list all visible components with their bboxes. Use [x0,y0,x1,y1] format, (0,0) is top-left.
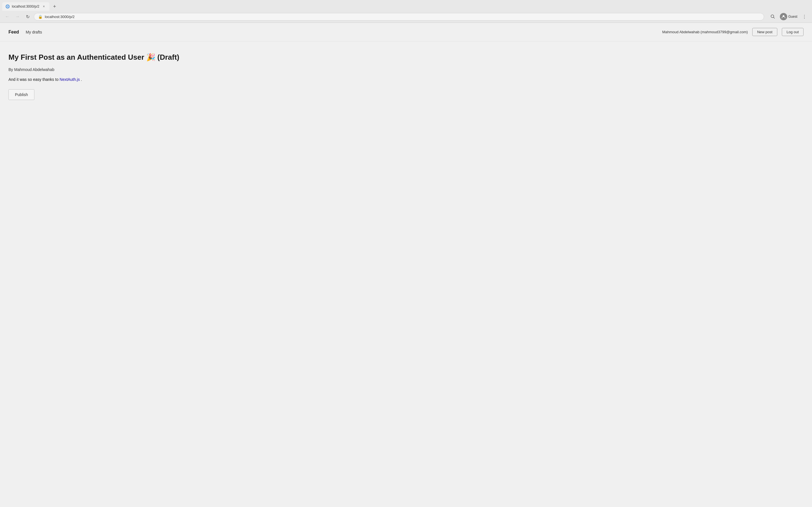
nav-feed-link[interactable]: Feed [8,30,19,35]
nav-drafts-link[interactable]: My drafts [26,30,42,34]
browser-actions: Guest ⋮ [769,12,809,21]
back-button[interactable]: ← [3,13,11,20]
browser-tab[interactable]: localhost:3000/p/2 × [2,2,49,11]
main-content: My First Post as an Authenticated User 🎉… [0,41,812,111]
tab-favicon [6,4,10,8]
reload-button[interactable]: ↻ [24,13,32,20]
post-body: And it was so easy thanks to NextAuth.js… [8,76,804,82]
publish-button[interactable]: Publish [8,89,35,100]
search-button[interactable] [769,12,777,21]
tab-bar: localhost:3000/p/2 × + [0,0,812,11]
lock-icon: 🔒 [38,15,43,19]
post-author: By Mahmoud Abdelwahab [8,67,804,72]
author-name: Mahmoud Abdelwahab [14,67,54,72]
tab-close-button[interactable]: × [42,4,46,9]
svg-line-4 [773,17,774,18]
address-text: localhost:3000/p/2 [45,15,760,19]
tab-title: localhost:3000/p/2 [12,4,39,8]
app-nav: Feed My drafts Mahmoud Abdelwahab (mahmo… [0,23,812,41]
user-avatar [780,13,787,20]
address-field[interactable]: 🔒 localhost:3000/p/2 [34,13,764,20]
body-suffix: . [81,77,82,82]
new-post-button[interactable]: New post [752,28,777,36]
nav-user-text: Mahmoud Abdelwahab (mahmoud3799@gmail.co… [662,30,748,34]
forward-button[interactable]: → [13,13,21,20]
nav-left: Feed My drafts [8,30,42,35]
author-prefix: By [8,67,13,72]
user-profile[interactable]: Guest [778,12,799,21]
post-title: My First Post as an Authenticated User 🎉… [8,53,804,62]
log-out-button[interactable]: Log out [782,28,804,36]
browser-chrome: localhost:3000/p/2 × + ← → ↻ 🔒 localhost… [0,0,812,23]
nextauth-link[interactable]: NextAuth.js [59,77,81,82]
user-name-label: Guest [788,15,797,18]
page-wrapper: Feed My drafts Mahmoud Abdelwahab (mahmo… [0,23,812,507]
address-bar: ← → ↻ 🔒 localhost:3000/p/2 [0,11,812,22]
body-prefix: And it was so easy thanks to [8,77,58,82]
menu-button[interactable]: ⋮ [800,12,809,21]
new-tab-button[interactable]: + [50,3,58,10]
nav-right: Mahmoud Abdelwahab (mahmoud3799@gmail.co… [662,28,804,36]
